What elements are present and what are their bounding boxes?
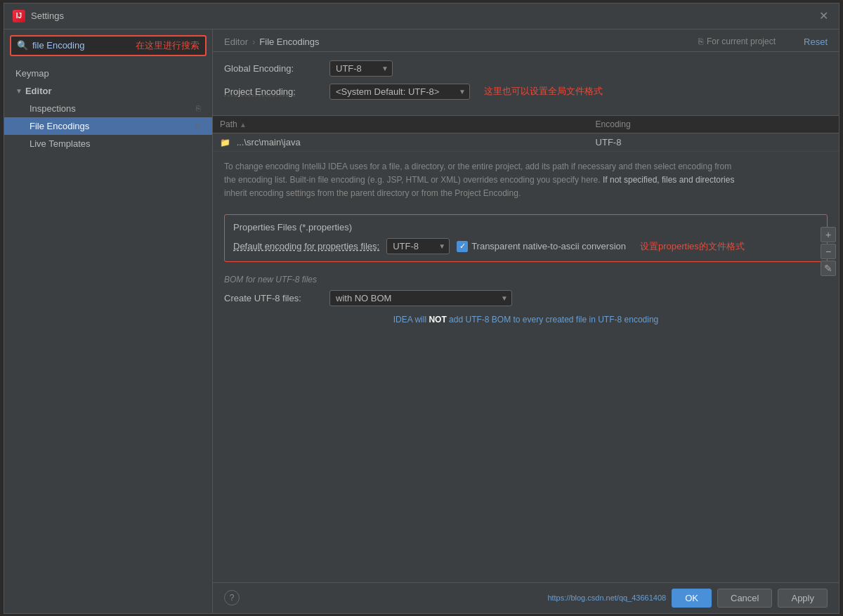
live-templates-label: Live Templates	[30, 138, 90, 149]
bottom-right: https://blog.csdn.net/qq_43661408 OK Can…	[547, 589, 828, 608]
breadcrumb-current: File Encodings	[259, 37, 319, 47]
native-ascii-checkbox-group: ✓ Transparent native-to-ascii conversion	[457, 241, 626, 252]
description-text: To change encoding IntelliJ IDEA uses fo…	[213, 151, 839, 209]
sidebar-item-inspections[interactable]: Inspections ⎘	[4, 100, 212, 117]
reset-button[interactable]: Reset	[804, 37, 828, 47]
properties-annotation: 设置properties的文件格式	[640, 240, 745, 253]
file-encodings-label: File Encodings	[30, 121, 89, 131]
sidebar-item-file-encodings[interactable]: File Encodings ⎘	[4, 117, 212, 135]
path-table-body: 📁 ...\src\main\java UTF-8	[213, 133, 839, 151]
for-project-label: For current project	[707, 37, 776, 46]
project-encoding-value: <System Default: UTF-8>	[336, 86, 439, 97]
global-encoding-select[interactable]: UTF-8 ▼	[329, 60, 393, 77]
properties-encoding-select[interactable]: UTF-8 ▼	[386, 238, 450, 254]
global-encoding-label: Global Encoding:	[224, 63, 322, 74]
search-value: file Encoding	[32, 40, 131, 51]
properties-encoding-value: UTF-8	[393, 241, 419, 251]
keymap-label: Keymap	[15, 68, 49, 79]
remove-path-button[interactable]: −	[821, 244, 836, 259]
main-content: 🔍 file Encoding 在这里进行搜索 Keymap ▼ Editor …	[4, 30, 839, 613]
breadcrumb: Editor › File Encodings	[224, 37, 320, 47]
dialog-title: Settings	[31, 11, 64, 21]
properties-section: Properties Files (*.properties) Default …	[224, 214, 828, 262]
table-actions: + − ✎	[818, 224, 839, 279]
cancel-button[interactable]: Cancel	[717, 589, 772, 608]
native-ascii-checkbox[interactable]: ✓	[457, 241, 468, 252]
sidebar-item-editor[interactable]: ▼ Editor	[4, 82, 212, 100]
ok-button[interactable]: OK	[672, 589, 712, 608]
project-encoding-select[interactable]: <System Default: UTF-8> ▼	[329, 84, 470, 100]
bom-value: with NO BOM	[336, 293, 391, 303]
search-icon: 🔍	[17, 40, 28, 51]
table-row[interactable]: 📁 ...\src\main\java UTF-8	[213, 133, 839, 151]
apply-button[interactable]: Apply	[778, 589, 828, 608]
copy-icon: ⎘	[698, 37, 703, 46]
encoding-section: Global Encoding: UTF-8 ▼ Project Encodin…	[213, 52, 839, 115]
add-path-button[interactable]: +	[821, 227, 836, 242]
edit-path-button[interactable]: ✎	[821, 261, 836, 276]
path-table-wrapper: Path ▲ Encoding 📁	[213, 115, 839, 151]
bom-section: BOM for new UTF-8 files Create UTF-8 fil…	[213, 268, 839, 334]
sidebar-nav: Keymap ▼ Editor Inspections ⎘ File Encod…	[4, 62, 212, 613]
encoding-column-header: Encoding	[589, 115, 839, 133]
editor-arrow-icon: ▼	[15, 87, 22, 95]
bom-note: IDEA will NOT add UTF-8 BOM to every cre…	[224, 312, 828, 327]
global-encoding-value: UTF-8	[336, 63, 362, 74]
project-encoding-label: Project Encoding:	[224, 86, 322, 97]
sidebar-item-keymap[interactable]: Keymap	[4, 65, 212, 82]
search-placeholder: 在这里进行搜索	[136, 39, 200, 52]
search-box[interactable]: 🔍 file Encoding 在这里进行搜索	[10, 35, 207, 56]
path-value: ...\src\main\java	[237, 137, 301, 148]
bottom-bar: ? https://blog.csdn.net/qq_43661408 OK C…	[213, 582, 839, 613]
settings-dialog: IJ Settings ✕ 🔍 file Encoding 在这里进行搜索 Ke…	[4, 3, 839, 614]
for-current-project[interactable]: ⎘ For current project	[698, 37, 776, 46]
help-button[interactable]: ?	[224, 590, 240, 605]
bom-select[interactable]: with NO BOM ▼	[329, 290, 512, 306]
properties-encoding-arrow-icon: ▼	[438, 242, 445, 250]
bom-arrow-icon: ▼	[501, 294, 508, 302]
prop-label-text: Default encoding for properties files:	[233, 241, 379, 251]
path-column-header: Path ▲	[213, 115, 589, 133]
path-table: Path ▲ Encoding 📁	[213, 115, 839, 151]
sort-icon: ▲	[240, 121, 247, 129]
bom-note-suffix-text: to every created file in UTF-8 encoding	[511, 315, 658, 325]
sidebar-item-live-templates[interactable]: Live Templates	[4, 135, 212, 152]
properties-title: Properties Files (*.properties)	[233, 222, 818, 232]
sidebar: 🔍 file Encoding 在这里进行搜索 Keymap ▼ Editor …	[4, 30, 213, 613]
default-encoding-prop-label: Default encoding for properties files:	[233, 241, 379, 251]
desc-line1: To change encoding IntelliJ IDEA uses fo…	[224, 162, 731, 171]
path-table-header: Path ▲ Encoding	[213, 115, 839, 133]
path-cell: 📁 ...\src\main\java	[213, 133, 589, 151]
native-ascii-label: Transparent native-to-ascii conversion	[471, 241, 626, 251]
global-encoding-row: Global Encoding: UTF-8 ▼	[224, 60, 828, 77]
breadcrumb-separator: ›	[252, 37, 255, 47]
properties-row: Default encoding for properties files: U…	[233, 238, 818, 254]
desc-line3: If not specified, files and directories	[603, 175, 734, 185]
bom-row: Create UTF-8 files: with NO BOM ▼	[224, 290, 828, 306]
close-button[interactable]: ✕	[816, 9, 830, 23]
desc-line4: inherit encoding settings from the paren…	[224, 188, 521, 198]
breadcrumb-part1: Editor	[224, 37, 248, 47]
title-bar-left: IJ Settings	[13, 10, 64, 22]
watermark: https://blog.csdn.net/qq_43661408	[547, 594, 666, 602]
title-bar: IJ Settings ✕	[4, 4, 839, 30]
inspections-label: Inspections	[30, 103, 76, 114]
project-encoding-row: Project Encoding: <System Default: UTF-8…	[224, 84, 828, 100]
editor-label: Editor	[25, 86, 52, 96]
desc-line2: the encoding list. Built-in file encodin…	[224, 175, 601, 185]
bom-note-prefix: IDEA will	[393, 315, 429, 325]
project-encoding-annotation: 这里也可以设置全局文件格式	[484, 85, 603, 98]
inspections-copy-icon: ⎘	[196, 104, 201, 112]
file-encodings-copy-icon: ⎘	[196, 122, 201, 130]
folder-icon: 📁	[220, 138, 230, 148]
bom-utf8-link[interactable]: UTF-8 BOM	[465, 315, 511, 325]
project-encoding-arrow-icon: ▼	[459, 88, 466, 96]
create-utf8-label: Create UTF-8 files:	[224, 293, 322, 303]
encoding-cell: UTF-8	[589, 133, 839, 151]
help-icon: ?	[230, 593, 235, 603]
bom-title: BOM for new UTF-8 files	[224, 275, 828, 284]
global-encoding-arrow-icon: ▼	[381, 65, 388, 72]
bom-note-not-text: NOT	[429, 315, 446, 325]
right-panel: Editor › File Encodings ⎘ For current pr…	[213, 30, 839, 613]
panel-header: Editor › File Encodings ⎘ For current pr…	[213, 30, 839, 52]
